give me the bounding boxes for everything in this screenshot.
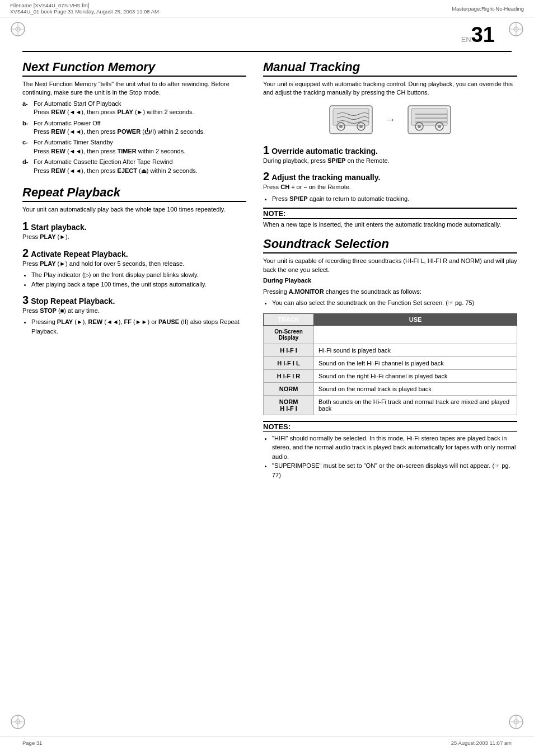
corner-circle-br: [508, 714, 524, 731]
filename-label: Filename [XVS44U_07S-VHS.fm]: [10, 2, 159, 8]
page: Filename [XVS44U_07S-VHS.fm] XVS44U_01.b…: [0, 0, 534, 756]
list-item: You can also select the soundtrack on th…: [272, 298, 517, 308]
table-row: H I-F I R Sound on the right Hi-Fi chann…: [264, 369, 517, 382]
item-text: For Automatic Timer StandbyPress REW (◄◄…: [34, 139, 185, 154]
corner-circle-tr: [508, 21, 524, 38]
item-letter: a-: [22, 100, 28, 108]
right-column: Manual Tracking Your unit is equipped wi…: [263, 60, 517, 484]
item-text: For Automatic Power OffPress REW (◄◄), t…: [34, 120, 205, 135]
step3: 3 Stop Repeat Playback. Press STOP (■) a…: [22, 292, 246, 336]
use-cell: Both sounds on the Hi-Fi track and norma…: [314, 395, 517, 415]
repeat-playback-intro: Your unit can automatically play back th…: [22, 205, 246, 214]
main-content: Next Function Memory The Next Function M…: [0, 54, 534, 518]
track-cell: H I-F I L: [264, 356, 314, 369]
mt-step2-num: 2: [263, 170, 269, 183]
table-col2-header: USE: [314, 313, 517, 325]
page-label: Page 31: [22, 740, 42, 746]
step3-title: Stop Repeat Playback.: [31, 297, 115, 306]
step3-num: 3: [22, 294, 29, 307]
next-function-intro: The Next Function Memory "tells" the uni…: [22, 80, 246, 97]
item-letter: c-: [22, 138, 28, 147]
during-playback-label: During Playback: [263, 276, 517, 285]
table-col1-header: TRACK: [264, 313, 314, 325]
mt-step2-title: Adjust the tracking manually.: [271, 173, 380, 182]
mt-step2: 2 Adjust the tracking manually. Press CH…: [263, 168, 517, 203]
list-item: "SUPERIMPOSE" must be set to "ON" or the…: [272, 461, 517, 480]
header-left: Filename [XVS44U_07S-VHS.fm] XVS44U_01.b…: [10, 2, 159, 15]
list-item: The Play indicator (▷) on the front disp…: [31, 270, 246, 280]
track-cell: H I-F I R: [264, 369, 314, 382]
list-item: d- For Automatic Cassette Ejection After…: [22, 158, 246, 175]
page-title-area: EN31: [0, 17, 534, 52]
notes-label: NOTES:: [263, 421, 517, 432]
corner-circle-bl: [10, 714, 26, 731]
bottom-bar: Page 31 25 August 2003 11:07 am: [0, 736, 534, 746]
mt-step1-title: Override automatic tracking.: [271, 147, 378, 156]
pressing-text: Pressing A.MONITOR changes the soundtrac…: [263, 288, 517, 296]
vhs-icon-2: [407, 103, 452, 137]
table-row: NORMH I-F I Both sounds on the Hi-Fi tra…: [264, 395, 517, 415]
soundtrack-section: Soundtrack Selection Your unit is capabl…: [263, 237, 517, 480]
corner-circle-tl: [10, 21, 26, 38]
soundtrack-notes: NOTES: "HIFI" should normally be selecte…: [263, 421, 517, 480]
date-label: 25 August 2003 11:07 am: [451, 740, 512, 746]
mt-step1-num: 1: [263, 144, 269, 157]
step2-title: Activate Repeat Playback.: [31, 250, 128, 259]
soundtrack-table-body: H I-F I Hi-Fi sound is played back H I-F…: [264, 344, 517, 415]
mt-step1: 1 Override automatic tracking. During pl…: [263, 142, 517, 165]
step2-num: 2: [22, 247, 29, 260]
mt-step2-bullets: Press SP/EP again to return to automatic…: [272, 194, 517, 204]
en-label: EN: [461, 35, 471, 44]
masterpage-label: Masterpage:Right-No-Heading: [452, 6, 524, 12]
next-function-list: a- For Automatic Start Of PlaybackPress …: [22, 100, 246, 175]
manual-tracking-title: Manual Tracking: [263, 60, 517, 77]
step1-detail: Press PLAY (►).: [22, 233, 246, 241]
use-cell: Hi-Fi sound is played back: [314, 344, 517, 356]
table-row: NORM Sound on the normal track is played…: [264, 382, 517, 395]
list-item: After playing back a tape 100 times, the…: [31, 280, 246, 289]
item-text: For Automatic Start Of PlaybackPress REW…: [34, 100, 194, 115]
mt-step2-detail: Press CH + or – on the Remote.: [263, 183, 517, 191]
page-number: 31: [471, 23, 495, 46]
repeat-playback-section: Repeat Playback Your unit can automatica…: [22, 185, 246, 336]
table-col1-sub: On-Screen Display: [264, 325, 314, 344]
table-row: H I-F I Hi-Fi sound is played back: [264, 344, 517, 356]
mt-step1-detail: During playback, press SP/EP on the Remo…: [263, 157, 517, 165]
step1-num: 1: [22, 220, 29, 233]
track-cell: NORMH I-F I: [264, 395, 314, 415]
manual-tracking-intro: Your unit is equipped with automatic tra…: [263, 80, 517, 97]
svg-point-25: [418, 125, 421, 128]
vhs-icon-1: [329, 103, 373, 137]
list-item: c- For Automatic Timer StandbyPress REW …: [22, 138, 246, 156]
svg-point-19: [339, 125, 343, 128]
notes-list: "HIFI" should normally be selected. In t…: [272, 434, 517, 480]
next-function-section: Next Function Memory The Next Function M…: [22, 60, 246, 175]
soundtrack-intro: Your unit is capable of recording three …: [263, 257, 517, 274]
step2-bullets: The Play indicator (▷) on the front disp…: [31, 270, 246, 289]
track-cell: H I-F I: [264, 344, 314, 356]
top-header: Filename [XVS44U_07S-VHS.fm] XVS44U_01.b…: [0, 0, 534, 17]
page-title-bar: EN31: [22, 21, 512, 52]
step2-detail: Press PLAY (►) and hold for over 5 secon…: [22, 260, 246, 268]
note-text: When a new tape is inserted, the unit en…: [263, 220, 517, 229]
header-right: Masterpage:Right-No-Heading: [452, 6, 524, 12]
step3-detail: Press STOP (■) at any time.: [22, 307, 246, 315]
list-item: b- For Automatic Power OffPress REW (◄◄)…: [22, 119, 246, 137]
item-letter: d-: [22, 158, 28, 166]
step1-title: Start playback.: [31, 223, 87, 232]
use-cell: Sound on the normal track is played back: [314, 382, 517, 395]
use-cell: Sound on the left Hi-Fi channel is playe…: [314, 356, 517, 369]
svg-rect-23: [411, 109, 447, 125]
soundtrack-table: TRACK USE On-Screen Display H I-F I Hi-F…: [263, 313, 517, 415]
use-cell: Sound on the right Hi-Fi channel is play…: [314, 369, 517, 382]
table-col2-sub-empty: [314, 325, 517, 344]
svg-point-27: [438, 125, 441, 128]
soundtrack-bullets: You can also select the soundtrack on th…: [272, 298, 517, 308]
step2: 2 Activate Repeat Playback. Press PLAY (…: [22, 245, 246, 289]
list-item: Pressing PLAY (►), REW (◄◄), FF (►►) or …: [31, 317, 246, 336]
manual-tracking-section: Manual Tracking Your unit is equipped wi…: [263, 60, 517, 229]
arrow-right-icon: →: [385, 113, 396, 126]
bookinfo-label: XVS44U_01.book Page 31 Monday, August 25…: [10, 8, 159, 15]
svg-point-21: [359, 125, 363, 128]
list-item: a- For Automatic Start Of PlaybackPress …: [22, 100, 246, 117]
